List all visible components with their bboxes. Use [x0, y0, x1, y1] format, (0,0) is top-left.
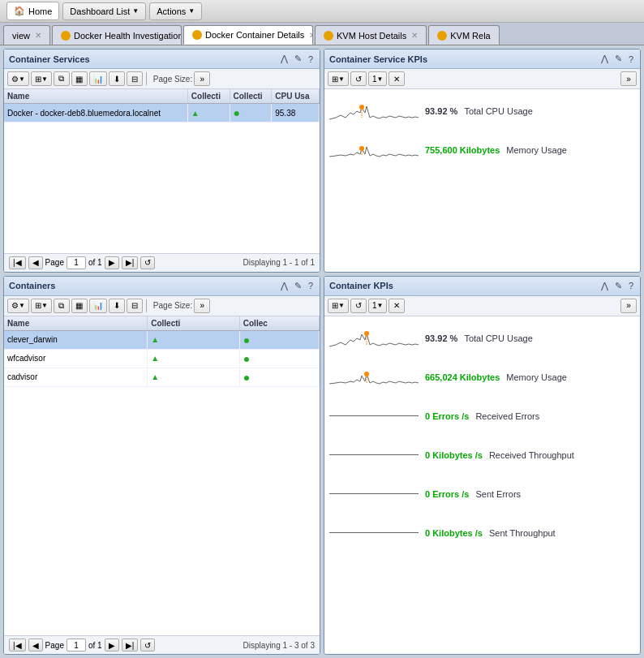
containers-settings-btn[interactable]: ⚙ ▼: [7, 299, 29, 313]
containers-toolbar: ⚙ ▼ ⊞ ▼ ⧉ ▦ 📊 ⬇ ⊟ Page Size: »: [4, 296, 320, 316]
kpis-interval-btn[interactable]: 1 ▼: [368, 71, 387, 86]
table-button[interactable]: ▦: [71, 71, 88, 86]
ckpi-sent-errors-label: Sent Errors: [475, 489, 521, 499]
tab-kvm-host[interactable]: KVM Host Details ✕: [315, 25, 427, 45]
col-collecti2[interactable]: Collecti: [230, 89, 272, 104]
actions-button[interactable]: Actions ▼: [149, 2, 202, 20]
table-row[interactable]: Docker - docker-deb8.bluemedora.localnet…: [4, 104, 320, 123]
kpis-edit-icon[interactable]: ✎: [613, 53, 624, 65]
container-status1: ▲: [148, 330, 240, 349]
filter-button[interactable]: ⊟: [127, 71, 143, 86]
col-collecti1[interactable]: Collecti: [187, 89, 230, 104]
kpis-refresh-btn[interactable]: ↺: [350, 71, 367, 86]
help-icon[interactable]: ?: [307, 54, 315, 65]
dashboard-list-button[interactable]: Dashboard List ▼: [62, 2, 146, 20]
top-bar: 🏠 Home Dashboard List ▼ Actions ▼: [0, 0, 644, 23]
container-service-kpis-panel: Container Service KPIs ⋀ ✎ ? ⊞ ▼ ↺ 1 ▼ ✕…: [324, 49, 641, 273]
settings-button[interactable]: ⚙ ▼: [7, 71, 29, 86]
containers-table-btn[interactable]: ▦: [71, 299, 88, 313]
page-size-label: Page Size:: [153, 75, 192, 84]
containers-copy-btn[interactable]: ⧉: [54, 299, 70, 313]
ckpis-more-btn[interactable]: »: [620, 299, 637, 313]
next-page-button[interactable]: ▶: [105, 256, 119, 269]
containers-next-page[interactable]: ▶: [105, 639, 119, 652]
export-button[interactable]: ⬇: [109, 71, 125, 86]
container-services-pagination: |◀ ◀ Page of 1 ▶ ▶| ↺ Displaying 1 - 1 o…: [4, 253, 320, 272]
tab-docker-health-label: Docker Health Investigation: [74, 31, 182, 41]
containers-edit-icon[interactable]: ✎: [293, 280, 303, 292]
col-cpu-usage[interactable]: CPU Usa: [272, 89, 320, 104]
ckpis-edit-icon[interactable]: ✎: [613, 280, 624, 292]
kpis-collapse-icon[interactable]: ⋀: [599, 53, 610, 65]
kpis-help-icon[interactable]: ?: [627, 54, 635, 65]
page-number-input[interactable]: [67, 256, 86, 269]
container-name: cadvisor: [4, 368, 148, 386]
tab-kvm-host-close[interactable]: ✕: [411, 31, 418, 40]
containers-prev-page[interactable]: ◀: [28, 639, 43, 652]
copy-button[interactable]: ⧉: [54, 71, 70, 86]
containers-filter-btn[interactable]: ⊟: [127, 299, 143, 313]
ckpis-help-icon[interactable]: ?: [627, 280, 635, 291]
containers-col-name[interactable]: Name: [4, 316, 148, 331]
kpis-more-btn[interactable]: »: [620, 71, 637, 86]
tab-view-label: view: [12, 31, 30, 41]
prev-page-button[interactable]: ◀: [28, 256, 43, 269]
last-page-button[interactable]: ▶|: [122, 256, 139, 269]
ckpis-collapse-icon[interactable]: ⋀: [599, 280, 610, 292]
table-row[interactable]: clever_darwin ▲ ●: [4, 330, 320, 349]
home-button[interactable]: 🏠 Home: [6, 2, 59, 20]
tab-view[interactable]: view ✕: [3, 25, 50, 45]
ckpi-cpu-row: 93.92 % Total CPU Usage: [328, 320, 637, 357]
kpis-layout-btn[interactable]: ⊞ ▼: [328, 71, 349, 86]
tab-docker-container-close[interactable]: ✕: [309, 31, 313, 40]
containers-layout-btn[interactable]: ⊞ ▼: [31, 299, 52, 313]
ckpis-layout-btn[interactable]: ⊞ ▼: [328, 299, 349, 313]
ckpi-cpu-sparkline: [329, 322, 419, 355]
tab-docker-health[interactable]: Docker Health Investigation ✕: [52, 25, 182, 45]
container-kpis-header: Container KPIs ⋀ ✎ ?: [324, 277, 640, 296]
ckpi-recv-errors-label: Received Errors: [475, 411, 539, 421]
ckpis-refresh-btn[interactable]: ↺: [350, 299, 367, 313]
containers-page-of: of 1: [88, 641, 102, 650]
container-status1: ▲: [148, 349, 240, 368]
home-label: Home: [28, 6, 52, 16]
containers-col-collecti1[interactable]: Collecti: [148, 316, 240, 331]
ckpis-interval-btn[interactable]: 1 ▼: [368, 299, 387, 313]
containers-page-input[interactable]: [67, 639, 86, 652]
tab-docker-container[interactable]: Docker Container Details ✕: [183, 25, 313, 45]
containers-help-icon[interactable]: ?: [307, 280, 315, 291]
containers-last-page[interactable]: ▶|: [122, 639, 139, 652]
kpis-close-btn[interactable]: ✕: [389, 71, 405, 86]
first-page-button[interactable]: |◀: [9, 256, 26, 269]
ckpi-recv-errors-line: [329, 400, 419, 432]
ckpis-close-btn[interactable]: ✕: [389, 299, 405, 313]
containers-first-page[interactable]: |◀: [9, 639, 26, 652]
ckpi-cpu-label: Total CPU Usage: [464, 333, 532, 343]
containers-refresh[interactable]: ↺: [140, 639, 155, 652]
edit-icon[interactable]: ✎: [293, 53, 303, 65]
chart-button[interactable]: 📊: [89, 71, 107, 86]
collapse-icon[interactable]: ⋀: [279, 53, 290, 65]
layout-button[interactable]: ⊞ ▼: [31, 71, 52, 86]
table-row[interactable]: wfcadvisor ▲ ●: [4, 349, 320, 368]
tab-kvm-rela-icon: [437, 31, 447, 41]
kpi-memory-value: 755,600 Kilobytes: [425, 145, 500, 155]
more-button[interactable]: »: [194, 71, 210, 86]
tab-kvm-rela[interactable]: KVM Rela: [428, 25, 500, 45]
refresh-button[interactable]: ↺: [140, 256, 155, 269]
containers-col-collec[interactable]: Collec: [239, 316, 319, 331]
containers-more-btn[interactable]: »: [194, 299, 210, 313]
containers-export-btn[interactable]: ⬇: [109, 299, 125, 313]
container-kpis-title: Container KPIs: [329, 281, 393, 290]
ckpi-memory-label: Memory Usage: [506, 372, 567, 382]
containers-chart-btn[interactable]: 📊: [89, 299, 107, 313]
containers-collapse-icon[interactable]: ⋀: [279, 280, 290, 292]
main-content: Container Services ⋀ ✎ ? ⚙ ▼ ⊞ ▼ ⧉ ▦ 📊 ⬇…: [0, 45, 644, 658]
tab-kvm-host-label: KVM Host Details: [337, 31, 406, 41]
tab-kvm-rela-label: KVM Rela: [450, 31, 491, 41]
kpi-cpu-row: 93.92 % Total CPU Usage: [328, 92, 637, 130]
table-row[interactable]: cadvisor ▲ ●: [4, 368, 320, 386]
col-name[interactable]: Name: [4, 89, 187, 104]
kpi-cpu-value: 93.92 %: [425, 106, 457, 116]
tab-view-close[interactable]: ✕: [35, 31, 41, 40]
